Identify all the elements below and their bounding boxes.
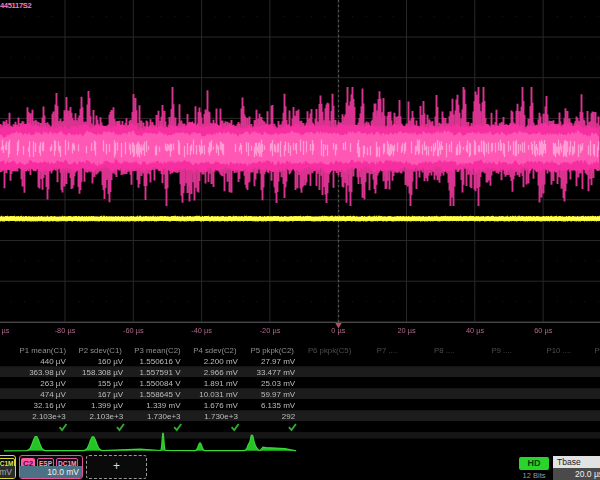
- svg-text:445117S2: 445117S2: [0, 1, 32, 10]
- svg-text:474 µV: 474 µV: [40, 390, 66, 399]
- svg-text:-100 µs: -100 µs: [0, 326, 10, 335]
- svg-text:1.730e+3: 1.730e+3: [147, 412, 181, 421]
- svg-text:P3 mean(C2): P3 mean(C2): [134, 346, 181, 355]
- svg-text:32.16 µV: 32.16 µV: [34, 401, 67, 410]
- svg-text:20 µs: 20 µs: [397, 326, 416, 335]
- svg-text:25.03 mV: 25.03 mV: [261, 379, 296, 388]
- svg-text:1.730e+3: 1.730e+3: [204, 412, 238, 421]
- svg-text:10.031 mV: 10.031 mV: [199, 390, 238, 399]
- svg-text:-40 µs: -40 µs: [191, 326, 212, 335]
- svg-text:P9 ....: P9 ....: [491, 346, 511, 355]
- svg-text:27.97 mV: 27.97 mV: [261, 357, 296, 366]
- svg-text:1.676 mV: 1.676 mV: [204, 401, 239, 410]
- svg-text:1.557591 V: 1.557591 V: [140, 368, 182, 377]
- svg-text:P7 ....: P7 ....: [377, 346, 397, 355]
- svg-text:-80 µs: -80 µs: [55, 326, 76, 335]
- svg-text:292: 292: [282, 412, 296, 421]
- svg-text:P6 pkpk(C5): P6 pkpk(C5): [308, 346, 352, 355]
- svg-text:1.550616 V: 1.550616 V: [140, 357, 182, 366]
- svg-text:2.966 mV: 2.966 mV: [204, 368, 239, 377]
- svg-text:2.103e+3: 2.103e+3: [32, 412, 66, 421]
- svg-text:59.97 mV: 59.97 mV: [261, 390, 296, 399]
- svg-text:-20 µs: -20 µs: [260, 326, 281, 335]
- svg-text:6.135 mV: 6.135 mV: [261, 401, 296, 410]
- svg-text:60 µs: 60 µs: [534, 326, 553, 335]
- svg-text:P1 mean(C1): P1 mean(C1): [20, 346, 67, 355]
- svg-text:-60 µs: -60 µs: [123, 326, 144, 335]
- svg-text:P2 sdev(C1): P2 sdev(C1): [79, 346, 123, 355]
- svg-text:263 µV: 263 µV: [40, 379, 66, 388]
- svg-text:1.891 mV: 1.891 mV: [204, 379, 239, 388]
- svg-text:40 µs: 40 µs: [466, 326, 485, 335]
- svg-text:P: P: [594, 346, 599, 355]
- svg-text:1.558645 V: 1.558645 V: [140, 390, 182, 399]
- svg-text:1.550084 V: 1.550084 V: [140, 379, 182, 388]
- svg-text:P10 ....: P10 ....: [547, 346, 572, 355]
- svg-text:155 µV: 155 µV: [98, 379, 124, 388]
- svg-text:363.98 µV: 363.98 µV: [29, 368, 66, 377]
- svg-text:2.103e+3: 2.103e+3: [90, 412, 124, 421]
- svg-text:2.200 mV: 2.200 mV: [204, 357, 239, 366]
- svg-text:P5 pkpk(C2): P5 pkpk(C2): [251, 346, 295, 355]
- svg-text:158.308 µV: 158.308 µV: [82, 368, 124, 377]
- svg-text:160 µV: 160 µV: [98, 357, 124, 366]
- svg-text:1.339 mV: 1.339 mV: [146, 401, 181, 410]
- svg-text:167 µV: 167 µV: [98, 390, 124, 399]
- svg-text:1.399 µV: 1.399 µV: [91, 401, 124, 410]
- svg-text:33.477 mV: 33.477 mV: [256, 368, 295, 377]
- svg-text:440 µV: 440 µV: [40, 357, 66, 366]
- svg-text:P8 ....: P8 ....: [434, 346, 454, 355]
- svg-text:P4 sdev(C2): P4 sdev(C2): [193, 346, 237, 355]
